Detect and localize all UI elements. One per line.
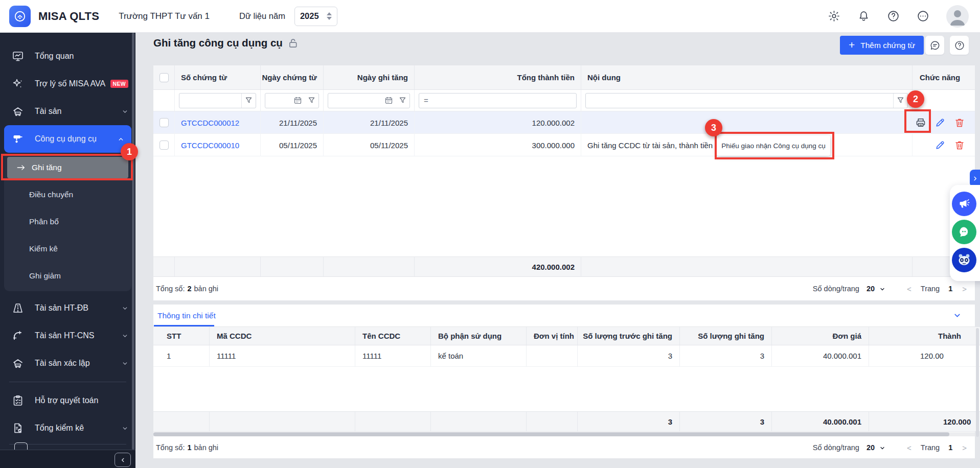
sidebar-item-tai-san-ht-db[interactable]: Tài sản HT-ĐB [0, 294, 135, 322]
vertical-scrollbar[interactable] [976, 328, 979, 437]
sidebar-subitem-phan-bo[interactable]: Phân bổ [4, 208, 131, 235]
tab-thong-tin-chi-tiet[interactable]: Thông tin chi tiết [157, 311, 216, 320]
announcement-megaphone-button[interactable] [952, 192, 976, 216]
delete-trash-icon[interactable] [954, 117, 965, 128]
chevron-down-icon[interactable] [879, 445, 885, 451]
sidebar-subitem-kiem-ke[interactable]: Kiểm kê [4, 235, 131, 262]
expand-panel-tab[interactable] [970, 170, 980, 187]
column-header-ngay-ghi-tang[interactable]: Ngày ghi tăng [324, 65, 415, 89]
filter-content-input[interactable] [586, 93, 893, 108]
page-label: Trang [921, 285, 940, 293]
sidebar-item-tong-quan[interactable]: Tổng quan [0, 42, 135, 70]
sidebar-item-tai-san-ht-cns[interactable]: Tài sản HT-CNS [0, 322, 135, 349]
sidebar-subitem-dieu-chuyen[interactable]: Điều chuyển [4, 181, 131, 208]
edit-pencil-icon[interactable] [935, 139, 946, 151]
sidebar-item-misa-ava[interactable]: Trợ lý số MISA AVA NEW [0, 70, 135, 98]
filter-funnel-icon[interactable] [396, 93, 409, 108]
doc-no-link[interactable]: GTCCDC000012 [181, 119, 239, 127]
user-avatar[interactable] [946, 5, 969, 28]
annotation-step-2: 2 [907, 90, 924, 108]
column-header-don-vi-tinh[interactable]: Đơn vị tính [527, 327, 578, 345]
column-header-don-gia[interactable]: Đơn giá [772, 327, 869, 345]
notifications-bell-icon[interactable] [857, 10, 870, 22]
select-all-checkbox[interactable] [159, 73, 169, 82]
filter-doc-date-input[interactable] [265, 93, 291, 108]
year-stepper-icon[interactable] [327, 12, 332, 20]
add-document-button[interactable]: + Thêm chứng từ [840, 36, 924, 55]
filter-funnel-icon[interactable] [894, 93, 907, 108]
horizontal-scrollbar[interactable] [153, 432, 975, 437]
column-header-ma-ccdc[interactable]: Mã CCDC [210, 327, 355, 345]
unlock-icon[interactable] [288, 38, 298, 49]
column-header-so-chung-tu[interactable]: Số chứng từ [175, 65, 261, 89]
row-checkbox[interactable] [159, 141, 169, 150]
rows-per-page-value[interactable]: 20 [867, 443, 875, 452]
filter-funnel-icon[interactable] [305, 93, 318, 108]
sidebar-collapse-button[interactable] [115, 453, 131, 467]
chevron-down-icon [122, 360, 128, 367]
calendar-icon[interactable] [291, 93, 305, 108]
detail-row[interactable]: 1 11111 11111 kế toán 3 3 40.000.001 120… [153, 345, 980, 367]
column-header-sl-ghi-tang[interactable]: Số lượng ghi tăng [680, 327, 772, 345]
filter-funnel-icon[interactable] [242, 93, 256, 108]
column-header-stt: STT [153, 327, 210, 345]
chevron-down-icon[interactable] [879, 286, 885, 292]
settings-gear-icon[interactable] [828, 10, 840, 22]
chevron-down-icon [122, 305, 128, 312]
prev-page-button[interactable]: < [907, 443, 911, 452]
column-header-ngay-chung-tu[interactable]: Ngày chứng từ [261, 65, 324, 89]
help-button[interactable] [950, 36, 969, 55]
current-page[interactable]: 1 [948, 285, 952, 293]
ava-panda-bot-button[interactable] [952, 248, 976, 272]
prev-page-button[interactable]: < [907, 285, 911, 293]
sidebar-subitem-ghi-giam[interactable]: Ghi giảm [4, 262, 131, 289]
filter-doc-no[interactable] [179, 93, 256, 108]
equals-operator[interactable]: = [419, 96, 428, 105]
doc-no-link[interactable]: GTCCDC000010 [181, 141, 239, 150]
row-checkbox[interactable] [159, 118, 169, 127]
organization-name[interactable]: Trường THPT Tư vấn 1 [119, 11, 210, 21]
column-header-ten-ccdc[interactable]: Tên CCDC [355, 327, 431, 345]
table-row[interactable]: GTCCDC000012 21/11/2025 21/11/2025 120.0… [153, 111, 975, 134]
sidebar-item-cong-cu-dung-cu[interactable]: Công cụ dụng cụ [4, 125, 131, 153]
print-tooltip: Phiếu giao nhận Công cụ dụng cụ [717, 135, 830, 156]
help-circle-icon[interactable] [887, 10, 900, 22]
filter-doc-no-input[interactable] [179, 93, 241, 108]
sidebar-subitem-ghi-tang[interactable]: Ghi tăng [7, 157, 128, 178]
next-page-button[interactable]: > [962, 285, 967, 293]
sidebar-item-ho-tro-quyet-toan[interactable]: Hỗ trợ quyết toán [0, 387, 135, 414]
filter-doc-date[interactable] [265, 93, 319, 108]
live-chat-button[interactable] [952, 220, 976, 244]
sidebar-item-tai-san-xac-lap[interactable]: Tài sản xác lập [0, 349, 135, 377]
filter-inc-date[interactable] [328, 93, 410, 108]
sidebar-item-tong-kiem-ke[interactable]: Tổng kiểm kê [0, 414, 135, 442]
delete-trash-icon[interactable] [954, 139, 965, 151]
documents-grid: Số chứng từ Ngày chứng từ Ngày ghi tăng … [153, 65, 975, 300]
next-page-button[interactable]: > [962, 443, 967, 452]
print-icon[interactable] [915, 117, 926, 128]
more-options-icon[interactable] [917, 10, 929, 22]
filter-amount[interactable]: = [419, 93, 577, 108]
feedback-chat-button[interactable] [925, 36, 944, 55]
filter-inc-date-input[interactable] [328, 93, 382, 108]
filter-amount-input[interactable] [428, 93, 576, 108]
filter-content[interactable] [585, 93, 908, 108]
sidebar-scrollbar[interactable] [132, 33, 134, 450]
current-page[interactable]: 1 [948, 443, 952, 452]
edit-pencil-icon[interactable] [935, 117, 946, 128]
rows-per-page-value[interactable]: 20 [867, 285, 875, 293]
rows-per-page-label: Số dòng/trang [813, 285, 859, 293]
year-selector[interactable]: 2025 [294, 7, 337, 26]
column-header-noi-dung[interactable]: Nội dung [581, 65, 913, 89]
column-header-bo-phan[interactable]: Bộ phận sử dụng [431, 327, 527, 345]
collapse-detail-chevron-icon[interactable] [953, 311, 962, 320]
calendar-icon[interactable] [382, 93, 396, 108]
column-header-tong-thanh-tien[interactable]: Tổng thành tiền [415, 65, 581, 89]
table-row[interactable]: GTCCDC000010 05/11/2025 05/11/2025 300.0… [153, 134, 975, 156]
column-header-thanh-tien[interactable]: Thành [869, 327, 980, 345]
misa-logo-icon[interactable] [9, 6, 31, 27]
column-header-sl-truoc[interactable]: Số lượng trước ghi tăng [578, 327, 680, 345]
scrollbar-thumb[interactable] [153, 432, 949, 436]
app-header: MISA QLTS Trường THPT Tư vấn 1 Dữ liệu n… [0, 0, 980, 33]
sidebar-item-tai-san[interactable]: Tài sản [0, 98, 135, 125]
